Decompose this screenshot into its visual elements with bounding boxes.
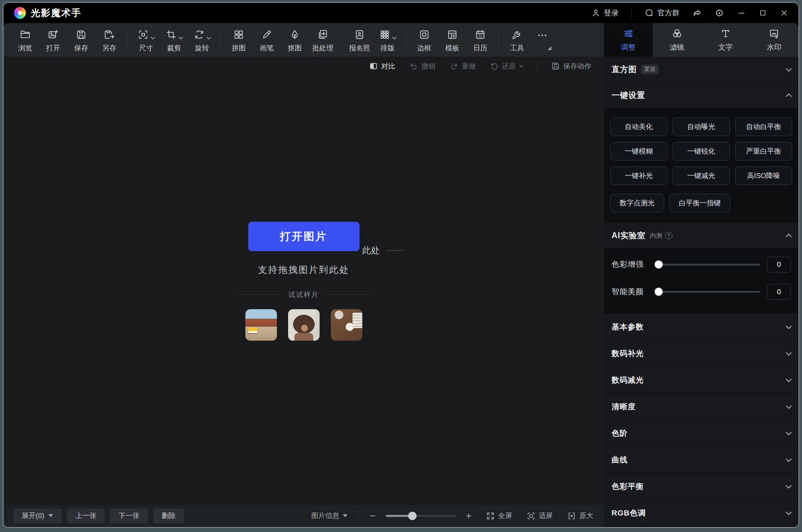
tab-filters[interactable]: 滤镜 <box>653 23 701 57</box>
one-click-sharpen-button[interactable]: 一键锐化 <box>672 142 730 161</box>
one-click-button-row2: 数字点测光 白平衡一指键 <box>604 188 798 223</box>
chat-bubble-icon <box>644 8 654 18</box>
histogram-section-header[interactable]: 直方图 置顶 <box>604 57 798 83</box>
toolbar-calendar[interactable]: 日历 <box>466 27 494 53</box>
auto-white-balance-button[interactable]: 自动白平衡 <box>735 118 792 136</box>
official-group-button[interactable]: 官方群 <box>644 8 679 18</box>
open-image-button[interactable]: 打开图片 <box>248 222 360 251</box>
auto-beautify-button[interactable]: 自动美化 <box>610 118 667 136</box>
color-enhance-value[interactable]: 0 <box>767 257 791 272</box>
section-rgb-tone[interactable]: RGB色调 <box>604 500 798 526</box>
toolbar-open[interactable]: 打开 <box>39 27 67 53</box>
delete-image-button[interactable]: 删除 <box>153 508 184 524</box>
redo-button[interactable]: 重做 <box>449 62 476 71</box>
auto-exposure-button[interactable]: 自动曝光 <box>672 118 730 136</box>
pinned-badge: 置顶 <box>641 65 658 74</box>
section-title: 清晰度 <box>612 402 636 412</box>
previous-image-button[interactable]: 上一张 <box>67 508 105 524</box>
toolbar-label: 画笔 <box>260 43 274 53</box>
close-button[interactable] <box>780 8 789 17</box>
ai-lab-section-header[interactable]: AI实验室 内测 ? <box>604 223 798 249</box>
tab-text[interactable]: 文字 <box>701 23 750 57</box>
share-icon[interactable] <box>692 8 702 18</box>
fit-screen-label: 适屏 <box>539 511 553 520</box>
smart-beauty-slider[interactable] <box>656 291 760 293</box>
toolbar-save[interactable]: 保存 <box>67 27 95 53</box>
save-action-button[interactable]: 保存动作 <box>551 62 591 71</box>
toolbar-typeset[interactable]: 排版 <box>374 27 402 53</box>
zoom-slider-knob[interactable] <box>408 512 417 520</box>
severe-white-balance-button[interactable]: 严重白平衡 <box>735 142 792 161</box>
maximize-button[interactable] <box>759 9 767 17</box>
sample-photo-canyon-van[interactable] <box>245 309 277 341</box>
section-digital-fill-light[interactable]: 数码补光 <box>604 340 798 367</box>
toolbar-browse[interactable]: 浏览 <box>11 27 39 53</box>
smart-beauty-value[interactable]: 0 <box>767 284 791 300</box>
toolbar-cutout[interactable]: 抠图 <box>281 27 309 53</box>
actual-size-button[interactable]: 原大 <box>567 511 593 520</box>
sample-photo-desk-flatlay[interactable] <box>331 309 362 341</box>
high-iso-denoise-button[interactable]: 高ISO降噪 <box>735 166 792 185</box>
help-icon[interactable]: ? <box>665 232 672 239</box>
fit-screen-button[interactable]: 适屏 <box>526 511 553 520</box>
toolbar-batch[interactable]: 批处理 <box>309 27 337 53</box>
one-click-section-header[interactable]: 一键设置 <box>604 83 798 108</box>
minimize-button[interactable] <box>737 8 746 17</box>
toolbar-rotate[interactable]: 旋转 <box>188 27 216 53</box>
digital-spot-metering-button[interactable]: 数字点测光 <box>610 194 664 212</box>
zoom-in-button[interactable]: + <box>466 511 472 521</box>
section-title: 数码补光 <box>612 348 644 359</box>
next-image-button[interactable]: 下一张 <box>110 508 148 524</box>
toolbar-crop[interactable]: 裁剪 <box>160 27 188 53</box>
text-tool-icon <box>720 28 731 39</box>
toolbar-label: 保存 <box>74 43 88 53</box>
zoom-slider[interactable] <box>386 515 456 517</box>
toolbar-template[interactable]: 模板 <box>438 27 466 53</box>
white-balance-one-key-button[interactable]: 白平衡一指键 <box>669 194 730 212</box>
compare-button[interactable]: 对比 <box>369 62 395 71</box>
save-action-icon <box>551 62 560 71</box>
restore-button[interactable]: 还原 <box>490 62 523 71</box>
one-click-fill-light-button[interactable]: 一键补光 <box>610 166 667 185</box>
section-basic-params[interactable]: 基本参数 <box>604 314 798 340</box>
fullscreen-label: 全屏 <box>498 511 512 520</box>
one-click-dim-light-button[interactable]: 一键减光 <box>672 166 730 185</box>
image-canvas: 打开图片 此处 支持拖拽图片到此处 试试样片 <box>4 76 604 504</box>
more-corner-triangle-icon <box>548 46 551 50</box>
section-clarity[interactable]: 清晰度 <box>604 393 798 420</box>
toolbar-save-as[interactable]: 另存 <box>95 27 123 53</box>
one-click-button-grid: 自动美化 自动曝光 自动白平衡 一键模糊 一键锐化 严重白平衡 一键补光 一键减… <box>604 108 798 188</box>
tab-watermark[interactable]: 水印 <box>750 23 798 57</box>
main-toolbar: 浏览 打开 保存 另存 尺寸 <box>4 23 604 57</box>
slider-knob[interactable] <box>655 261 663 269</box>
section-digital-dim-light[interactable]: 数码减光 <box>604 367 798 393</box>
expand-filmstrip-button[interactable]: 展开(0) <box>13 508 62 524</box>
settings-gear-icon[interactable] <box>714 8 724 18</box>
color-enhance-slider[interactable] <box>656 264 760 265</box>
actionbar-divider <box>537 62 537 70</box>
toolbar-id-photo[interactable]: 报名照 <box>346 27 374 53</box>
fullscreen-button[interactable]: 全屏 <box>486 511 512 520</box>
sample-photo-portrait[interactable] <box>288 309 320 341</box>
one-click-blur-button[interactable]: 一键模糊 <box>610 142 667 161</box>
toolbar-label: 打开 <box>46 43 60 53</box>
image-info-dropdown[interactable]: 图片信息 <box>311 511 348 520</box>
login-button[interactable]: 登录 <box>591 8 619 18</box>
toolbar-resize[interactable]: 尺寸 <box>132 27 160 53</box>
toolbar-brush[interactable]: 画笔 <box>253 27 281 53</box>
user-icon <box>591 8 600 17</box>
redo-icon <box>449 62 459 71</box>
toolbar-tools[interactable]: 工具 <box>503 27 531 53</box>
undo-button[interactable]: 撤销 <box>409 62 435 71</box>
tab-filters-label: 滤镜 <box>670 42 684 52</box>
section-levels[interactable]: 色阶 <box>604 420 798 447</box>
zoom-out-button[interactable]: − <box>370 511 375 521</box>
toolbar-border[interactable]: 边框 <box>410 27 438 53</box>
toolbar-more[interactable] <box>531 28 553 52</box>
toolbar-collage[interactable]: 拼图 <box>225 27 253 53</box>
slider-knob[interactable] <box>655 288 663 296</box>
wrench-icon <box>511 29 523 40</box>
section-color-balance[interactable]: 色彩平衡 <box>604 473 798 500</box>
tab-adjust[interactable]: 调整 <box>604 23 653 57</box>
section-curves[interactable]: 曲线 <box>604 447 798 473</box>
